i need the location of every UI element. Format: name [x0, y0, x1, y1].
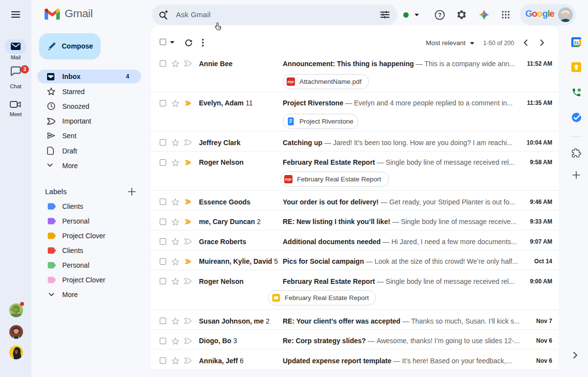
svg-text:31: 31 [574, 40, 579, 45]
svg-text:PDF: PDF [285, 178, 292, 181]
svg-text:PDF: PDF [288, 80, 294, 84]
svg-text:?: ? [438, 12, 441, 19]
